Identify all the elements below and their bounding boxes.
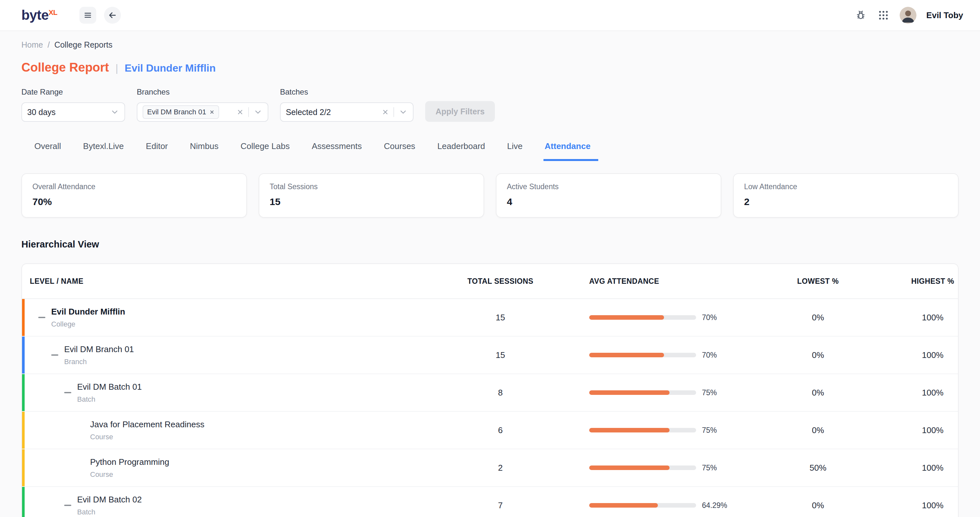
section-title: Hierarchical View (21, 239, 959, 250)
stat-card-low-attendance: Low Attendance 2 (733, 173, 959, 218)
batches-label: Batches (280, 87, 414, 97)
attendance-percent: 75% (702, 463, 717, 472)
breadcrumb-separator: / (48, 40, 50, 49)
row-total-sessions: 15 (442, 312, 559, 323)
row-type: College (51, 320, 125, 328)
row-name: Evil DM Batch 02 (77, 495, 142, 505)
select-divider (393, 107, 394, 117)
stat-label: Active Students (507, 182, 710, 191)
bug-report-button[interactable] (854, 9, 867, 22)
batches-value: Selected 2/2 (286, 108, 331, 117)
branch-chip[interactable]: Evil DM Branch 01 (143, 105, 219, 119)
chevron-down-icon[interactable] (253, 108, 262, 117)
branches-filter: Branches Evil DM Branch 01 (137, 87, 268, 122)
back-button[interactable] (104, 7, 121, 24)
row-lowest: 50% (766, 463, 857, 473)
page-title: College Report | Evil Dunder Mifflin (0, 60, 980, 75)
tab-nimbus[interactable]: Nimbus (189, 139, 220, 161)
chevron-down-icon[interactable] (110, 108, 119, 117)
tab-overall[interactable]: Overall (33, 139, 62, 161)
arrow-left-icon (108, 10, 117, 20)
apps-grid-button[interactable] (877, 9, 890, 22)
date-range-value: 30 days (27, 108, 56, 117)
row-accent-bar (22, 299, 25, 336)
batches-multiselect[interactable]: Selected 2/2 (280, 102, 414, 122)
table-header-row: LEVEL / NAME TOTAL SESSIONS AVG ATTENDAN… (22, 264, 958, 299)
attendance-bar-track (589, 390, 696, 395)
row-lowest: 0% (766, 425, 857, 435)
header-lowest: LOWEST % (766, 277, 857, 286)
tab-live[interactable]: Live (506, 139, 524, 161)
row-type: Course (90, 433, 205, 441)
row-accent-bar (22, 487, 25, 517)
row-total-sessions: 8 (442, 388, 559, 398)
stat-value: 4 (507, 196, 710, 207)
topbar-right-cluster: Evil Toby (854, 7, 963, 24)
bytexl-logo[interactable]: byteXL (21, 8, 57, 23)
menu-list-button[interactable] (80, 7, 96, 24)
clear-branches-icon[interactable] (237, 108, 244, 116)
row-lowest: 0% (766, 350, 857, 360)
tab-attendance[interactable]: Attendance (544, 139, 598, 161)
date-range-label: Date Range (21, 87, 125, 97)
tab-editor[interactable]: Editor (145, 139, 169, 161)
branches-multiselect[interactable]: Evil DM Branch 01 (137, 102, 268, 122)
row-name: Evil DM Branch 01 (64, 344, 134, 354)
breadcrumb-current: College Reports (54, 40, 113, 49)
stat-label: Low Attendance (744, 182, 948, 191)
tab-assessments[interactable]: Assessments (310, 139, 363, 161)
stat-label: Total Sessions (270, 182, 473, 191)
stat-value: 70% (32, 196, 236, 207)
clear-batches-icon[interactable] (382, 108, 389, 116)
hierarchical-table: LEVEL / NAME TOTAL SESSIONS AVG ATTENDAN… (21, 263, 959, 517)
row-name: Java for Placement Readiness (90, 420, 205, 430)
top-bar: byteXL (0, 0, 980, 31)
breadcrumb-home[interactable]: Home (21, 40, 43, 49)
branches-label: Branches (137, 87, 268, 97)
attendance-bar-fill (589, 503, 658, 507)
table-row-branch: Evil DM Branch 01 Branch 15 70% 0% 100% (22, 336, 958, 374)
row-type: Branch (64, 358, 134, 366)
stat-value: 2 (744, 196, 948, 207)
row-highest: 100% (857, 388, 957, 398)
attendance-percent: 64.29% (702, 501, 727, 510)
row-accent-bar (22, 412, 25, 449)
page-title-report: College Report (21, 60, 109, 75)
row-accent-bar (22, 449, 25, 486)
attendance-bar-track (589, 428, 696, 433)
attendance-bar-track (589, 353, 696, 357)
row-type: Batch (77, 395, 142, 404)
collapse-toggle[interactable] (64, 499, 77, 512)
grid-icon (878, 10, 889, 21)
row-lowest: 0% (766, 388, 857, 398)
row-lowest: 0% (766, 501, 857, 511)
apply-filters-button[interactable]: Apply Filters (425, 101, 495, 122)
tab-college-labs[interactable]: College Labs (239, 139, 291, 161)
batches-filter: Batches Selected 2/2 (280, 87, 414, 122)
user-avatar[interactable] (900, 7, 916, 24)
chip-remove-icon[interactable] (209, 109, 215, 115)
chevron-down-icon[interactable] (399, 108, 408, 117)
page-title-entity: Evil Dunder Mifflin (125, 62, 216, 74)
attendance-bar-fill (589, 353, 664, 357)
attendance-bar-track (589, 503, 696, 507)
tab-bytexl-live[interactable]: Bytexl.Live (82, 139, 125, 161)
tab-leaderboard[interactable]: Leaderboard (436, 139, 486, 161)
date-range-filter: Date Range 30 days (21, 87, 125, 122)
row-total-sessions: 7 (442, 501, 559, 511)
report-tabs: Overall Bytexl.Live Editor Nimbus Colleg… (0, 139, 980, 161)
page-title-separator: | (115, 62, 118, 74)
row-type: Course (90, 470, 169, 479)
user-name[interactable]: Evil Toby (926, 10, 963, 21)
collapse-toggle[interactable] (64, 386, 77, 399)
table-row-course: Java for Placement Readiness Course 6 75… (22, 412, 958, 449)
tab-courses[interactable]: Courses (383, 139, 417, 161)
attendance-bar-fill (589, 315, 664, 320)
date-range-select[interactable]: 30 days (21, 102, 125, 122)
breadcrumb: Home / College Reports (0, 31, 980, 49)
row-accent-bar (22, 336, 25, 374)
header-level-name: LEVEL / NAME (22, 277, 442, 286)
collapse-toggle[interactable] (38, 311, 51, 324)
collapse-toggle[interactable] (51, 349, 64, 362)
row-highest: 100% (857, 463, 957, 473)
